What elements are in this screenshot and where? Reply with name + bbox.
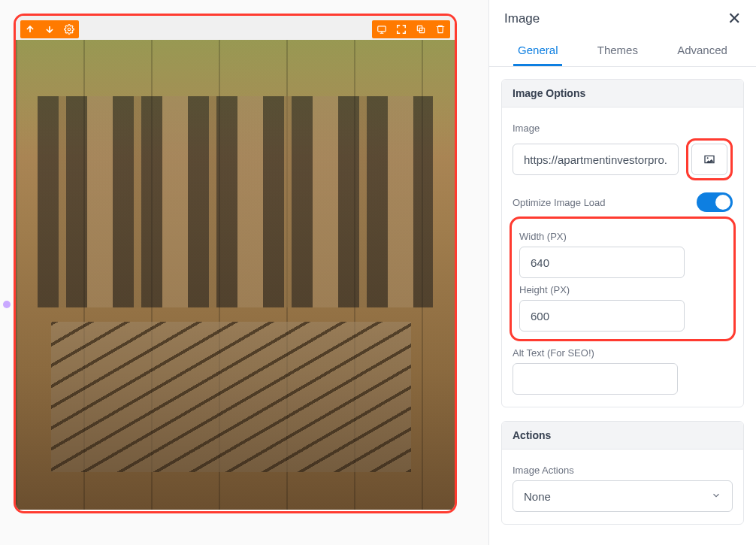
dimensions-highlight: Width (PX) Height (PX)	[510, 216, 736, 341]
chevron-down-icon	[711, 490, 721, 503]
selected-image-block[interactable]	[14, 14, 457, 513]
svg-rect-1	[378, 26, 386, 32]
panel-header: Image ✕	[489, 0, 756, 35]
toolbar-right-group	[372, 20, 450, 38]
move-up-button[interactable]	[20, 20, 40, 38]
expand-button[interactable]	[392, 20, 411, 38]
optimize-label: Optimize Image Load	[513, 197, 606, 208]
alt-label: Alt Text (For SEO!)	[513, 347, 733, 359]
insertion-handle[interactable]	[3, 301, 11, 308]
block-toolbar	[16, 16, 455, 40]
tab-general[interactable]: General	[513, 35, 562, 66]
image-icon	[702, 153, 717, 165]
toolbar-left-group	[20, 20, 79, 38]
optimize-toggle[interactable]	[697, 192, 733, 212]
width-input[interactable]	[519, 247, 685, 278]
properties-panel: Image ✕ General Themes Advanced Image Op…	[488, 0, 756, 545]
image-actions-label: Image Actions	[513, 465, 733, 476]
tab-themes[interactable]: Themes	[593, 35, 643, 66]
settings-button[interactable]	[59, 20, 79, 38]
actions-section: Actions Image Actions None	[501, 421, 744, 525]
panel-tabs: General Themes Advanced	[489, 35, 756, 67]
image-picker-button[interactable]	[691, 144, 727, 175]
width-label: Width (PX)	[519, 231, 726, 242]
canvas-area[interactable]	[0, 0, 488, 545]
svg-point-0	[68, 28, 71, 31]
duplicate-button[interactable]	[411, 20, 431, 38]
image-picker-highlight	[686, 138, 733, 180]
height-label: Height (PX)	[519, 284, 726, 295]
panel-body: Image Options Image Optimize Image Load	[489, 67, 756, 545]
panel-title: Image	[504, 11, 540, 26]
image-options-section: Image Options Image Optimize Image Load	[501, 79, 744, 407]
height-input[interactable]	[519, 300, 685, 332]
image-preview[interactable]	[16, 40, 455, 510]
tab-advanced[interactable]: Advanced	[673, 35, 732, 66]
visibility-button[interactable]	[372, 20, 392, 38]
image-label: Image	[513, 123, 733, 134]
image-url-input[interactable]	[513, 144, 679, 175]
close-icon[interactable]: ✕	[727, 11, 741, 27]
section-heading: Actions	[502, 422, 743, 450]
alt-text-input[interactable]	[513, 363, 678, 395]
move-down-button[interactable]	[40, 20, 59, 38]
section-heading: Image Options	[502, 80, 743, 107]
delete-button[interactable]	[431, 20, 450, 38]
svg-point-4	[707, 157, 709, 159]
image-actions-value: None	[524, 490, 551, 503]
image-actions-select[interactable]: None	[513, 480, 733, 512]
